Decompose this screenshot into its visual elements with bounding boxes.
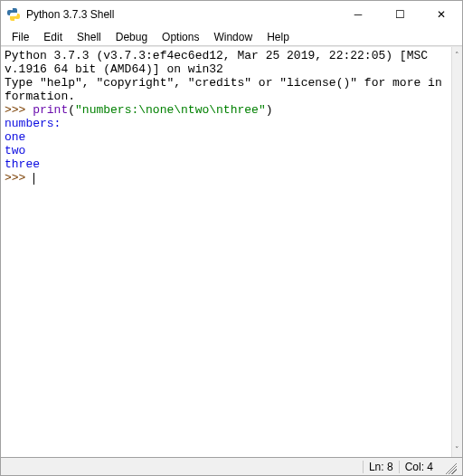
minimize-icon: ─ — [354, 8, 363, 21]
titlebar[interactable]: Python 3.7.3 Shell ─ ☐ ✕ — [1, 1, 462, 28]
output-line-4: three — [5, 157, 40, 171]
token-close: ) — [266, 103, 273, 117]
status-col: Col: 4 — [399, 461, 439, 473]
banner-line-2: Type "help", "copyright", "credits" or "… — [5, 76, 442, 103]
close-button[interactable]: ✕ — [420, 1, 462, 28]
menu-edit[interactable]: Edit — [36, 29, 70, 45]
menu-file[interactable]: File — [5, 29, 36, 45]
scroll-track[interactable] — [452, 62, 462, 442]
token-open: ( — [68, 103, 75, 117]
output-line-3: two — [5, 144, 25, 157]
menu-help[interactable]: Help — [260, 29, 297, 45]
scroll-up-button[interactable]: ˄ — [452, 47, 462, 62]
menu-window[interactable]: Window — [206, 29, 260, 45]
status-line: Ln: 8 — [363, 461, 399, 473]
resize-grip[interactable] — [442, 460, 457, 474]
python-icon — [6, 7, 21, 22]
maximize-button[interactable]: ☐ — [379, 1, 420, 28]
minimize-button[interactable]: ─ — [337, 1, 379, 28]
shell-text[interactable]: Python 3.7.3 (v3.7.3:ef4ec6ed12, Mar 25 … — [1, 47, 451, 457]
menu-shell[interactable]: Shell — [70, 29, 109, 45]
prompt-1: >>> — [5, 103, 25, 117]
text-cursor — [33, 173, 34, 185]
menu-options[interactable]: Options — [155, 29, 206, 45]
close-icon: ✕ — [437, 8, 446, 21]
token-string: "numbers:\none\ntwo\nthree" — [75, 103, 266, 117]
banner-line-1: Python 3.7.3 (v3.7.3:ef4ec6ed12, Mar 25 … — [5, 49, 435, 76]
statusbar: Ln: 8 Col: 4 — [1, 457, 462, 475]
chevron-down-icon: ˅ — [455, 445, 459, 454]
output-line-1: numbers: — [5, 117, 61, 130]
menubar: File Edit Shell Debug Options Window Hel… — [1, 28, 462, 46]
editor-area: Python 3.7.3 (v3.7.3:ef4ec6ed12, Mar 25 … — [1, 46, 462, 457]
app-window: Python 3.7.3 Shell ─ ☐ ✕ File Edit Shell… — [0, 0, 463, 476]
token-builtin: print — [33, 103, 68, 117]
output-line-2: one — [5, 130, 25, 144]
window-title: Python 3.7.3 Shell — [26, 8, 114, 21]
svg-point-1 — [14, 19, 16, 21]
prompt-2: >>> — [5, 171, 25, 185]
vertical-scrollbar[interactable]: ˄ ˅ — [451, 47, 462, 457]
svg-point-0 — [11, 9, 13, 11]
chevron-up-icon: ˄ — [455, 51, 459, 60]
maximize-icon: ☐ — [395, 8, 405, 21]
menu-debug[interactable]: Debug — [109, 29, 155, 45]
scroll-down-button[interactable]: ˅ — [452, 442, 462, 457]
